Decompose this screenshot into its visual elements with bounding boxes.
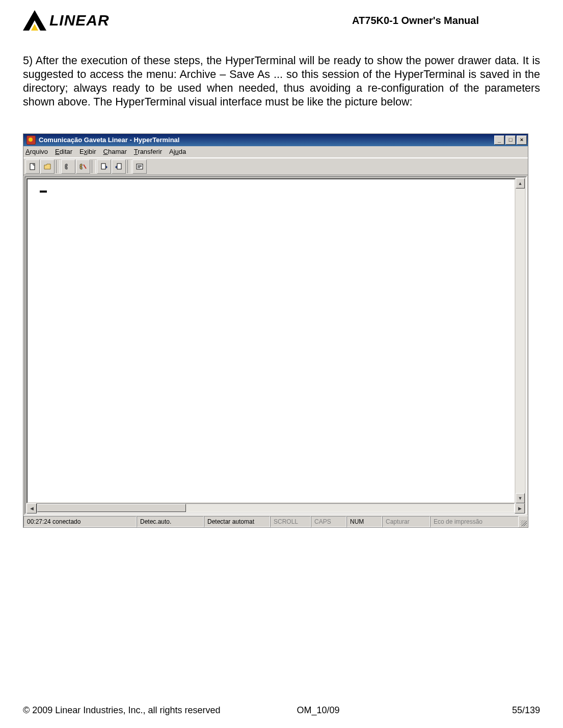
status-echo: Eco de impressão <box>430 516 519 527</box>
scroll-track[interactable] <box>37 503 515 513</box>
menu-transferir[interactable]: Transferir <box>134 148 162 155</box>
toolbar-call-button[interactable] <box>61 159 75 174</box>
svg-marker-1 <box>31 24 38 31</box>
titlebar[interactable]: Comunicação Gaveta Linear - HyperTermina… <box>23 134 528 146</box>
toolbar-disconnect-button[interactable] <box>76 159 90 174</box>
toolbar-properties-button[interactable] <box>132 159 147 174</box>
svg-rect-7 <box>117 164 121 169</box>
logo: LINEAR <box>23 10 110 31</box>
svg-line-4 <box>84 165 86 169</box>
horizontal-scrollbar[interactable]: ◀ ▶ <box>26 503 525 513</box>
window-buttons: _ □ × <box>494 136 527 145</box>
scroll-track[interactable] <box>516 188 525 493</box>
resize-grip[interactable] <box>519 516 528 527</box>
menubar: Arquivo Editar Exibir Chamar Transferir … <box>23 146 528 158</box>
chevron-right-icon: ▶ <box>518 506 522 511</box>
phone-icon <box>64 163 72 171</box>
new-file-icon <box>29 163 37 171</box>
minimize-icon: _ <box>498 137 501 143</box>
svg-marker-3 <box>44 164 50 169</box>
page-header: LINEAR AT75K0-1 Owner's Manual <box>23 5 540 36</box>
menu-arquivo[interactable]: Arquivo <box>25 148 48 155</box>
scroll-right-button[interactable]: ▶ <box>515 503 525 514</box>
footer-pagenum: 55/139 <box>512 705 540 716</box>
scroll-left-button[interactable]: ◀ <box>26 503 37 514</box>
hyperterminal-window: Comunicação Gaveta Linear - HyperTermina… <box>23 133 528 528</box>
properties-icon <box>136 163 144 171</box>
maximize-button[interactable]: □ <box>505 136 516 145</box>
chevron-up-icon: ▲ <box>518 181 523 186</box>
menu-editar[interactable]: Editar <box>55 148 72 155</box>
minimize-button[interactable]: _ <box>494 136 504 145</box>
chevron-left-icon: ◀ <box>30 506 34 511</box>
vertical-scrollbar[interactable]: ▲ ▼ <box>516 178 525 503</box>
menu-exibir[interactable]: Exibir <box>79 148 96 155</box>
page: LINEAR AT75K0-1 Owner's Manual 5) After … <box>0 0 563 728</box>
maximize-icon: □ <box>509 137 513 143</box>
logo-icon <box>23 10 46 31</box>
svg-rect-2 <box>30 164 35 170</box>
text-cursor <box>40 191 47 193</box>
toolbar <box>23 158 528 175</box>
page-footer: © 2009 Linear Industries, Inc., all righ… <box>23 705 540 716</box>
instruction-paragraph: 5) After the execution of these steps, t… <box>23 54 540 109</box>
scroll-down-button[interactable]: ▼ <box>516 493 525 503</box>
app-icon <box>26 136 36 145</box>
toolbar-separator <box>92 160 96 173</box>
logo-text: LINEAR <box>49 12 110 29</box>
toolbar-new-button[interactable] <box>25 159 40 174</box>
toolbar-receive-button[interactable] <box>112 159 126 174</box>
svg-rect-5 <box>101 164 105 169</box>
status-connection-time: 00:27:24 conectado <box>23 516 137 527</box>
scroll-up-button[interactable]: ▲ <box>516 178 525 188</box>
window-title: Comunicação Gaveta Linear - HyperTermina… <box>39 136 179 144</box>
terminal-output[interactable] <box>26 178 516 503</box>
toolbar-send-button[interactable] <box>97 159 111 174</box>
menu-ajuda[interactable]: Ajuda <box>169 148 186 155</box>
titlebar-left: Comunicação Gaveta Linear - HyperTermina… <box>24 136 179 145</box>
terminal-wrap <box>25 177 516 503</box>
statusbar: 00:27:24 conectado Detec.auto. Detectar … <box>23 516 528 527</box>
status-autodetect: Detec.auto. <box>137 516 204 527</box>
status-num: NUM <box>346 516 382 527</box>
client-inner: ▲ ▼ <box>25 177 526 503</box>
manual-title: AT75K0-1 Owner's Manual <box>352 15 479 26</box>
status-autodetect-full: Detectar automat <box>204 516 270 527</box>
status-scroll: SCROLL <box>270 516 311 527</box>
send-file-icon <box>100 163 108 171</box>
toolbar-separator <box>56 160 60 173</box>
status-caps: CAPS <box>311 516 346 527</box>
svg-marker-8 <box>115 166 117 169</box>
footer-copyright: © 2009 Linear Industries, Inc., all righ… <box>23 705 220 716</box>
footer-docid: OM_10/09 <box>297 705 340 716</box>
status-capture: Capturar <box>382 516 430 527</box>
toolbar-open-button[interactable] <box>40 159 55 174</box>
disconnect-icon <box>79 163 87 171</box>
open-folder-icon <box>43 163 51 171</box>
menu-chamar[interactable]: Chamar <box>103 148 127 155</box>
close-icon: × <box>520 137 523 143</box>
client-area: ▲ ▼ ◀ ▶ <box>24 176 527 515</box>
close-button[interactable]: × <box>517 136 527 145</box>
scroll-thumb[interactable] <box>37 504 186 512</box>
chevron-down-icon: ▼ <box>518 496 523 501</box>
toolbar-separator <box>127 160 131 173</box>
receive-file-icon <box>115 163 123 171</box>
svg-marker-6 <box>106 166 108 169</box>
